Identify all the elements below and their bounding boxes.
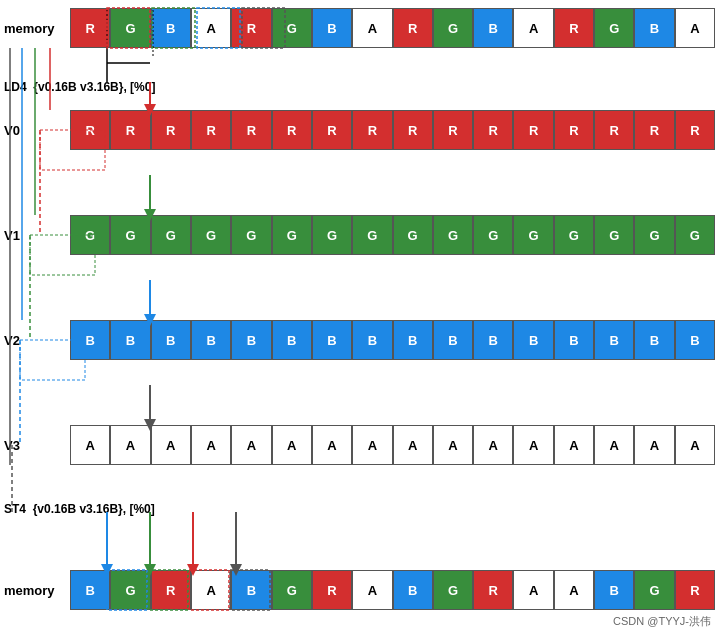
memory-bottom-cells: B G R A B G R A B G R A A B G R (70, 570, 715, 610)
cell: A (433, 425, 473, 465)
cell: G (675, 215, 715, 255)
memory-top-row: memory R G B A R G B A R G B A R G B A (0, 8, 715, 48)
cell: A (352, 570, 392, 610)
cell: G (110, 570, 150, 610)
cell: G (594, 8, 634, 48)
cell: R (70, 110, 110, 150)
cell: G (433, 8, 473, 48)
cell: B (554, 320, 594, 360)
cell: G (634, 570, 674, 610)
v1-label: V1 (0, 228, 70, 243)
cell: B (634, 8, 674, 48)
cell: G (70, 215, 110, 255)
cell: B (151, 320, 191, 360)
cell: G (191, 215, 231, 255)
cell: B (594, 320, 634, 360)
cell: A (513, 8, 553, 48)
cell: G (272, 570, 312, 610)
cell: R (554, 8, 594, 48)
cell: R (312, 570, 352, 610)
cell: R (433, 110, 473, 150)
cell: G (352, 215, 392, 255)
cell: R (634, 110, 674, 150)
diagram-overlay (0, 0, 715, 631)
v2-label: V2 (0, 333, 70, 348)
cell: R (513, 110, 553, 150)
v1-cells: G G G G G G G G G G G G G G G G (70, 215, 715, 255)
cell: R (594, 110, 634, 150)
cell: G (634, 215, 674, 255)
cell: B (272, 320, 312, 360)
cell: A (151, 425, 191, 465)
cell: A (554, 425, 594, 465)
cell: G (312, 215, 352, 255)
cell: B (70, 570, 110, 610)
cell: B (231, 570, 271, 610)
diagram: memory R G B A R G B A R G B A R G B A L… (0, 0, 715, 631)
cell: A (191, 570, 231, 610)
cell: G (433, 570, 473, 610)
cell: R (110, 110, 150, 150)
cell: G (272, 215, 312, 255)
cell: A (191, 425, 231, 465)
cell: B (352, 320, 392, 360)
cell: A (675, 8, 715, 48)
cell: A (231, 425, 271, 465)
cell: G (554, 215, 594, 255)
watermark: CSDN @TYYJ-洪伟 (613, 614, 711, 629)
cell: G (110, 215, 150, 255)
cell: R (231, 8, 271, 48)
cell: G (594, 215, 634, 255)
cell: A (675, 425, 715, 465)
cell: A (594, 425, 634, 465)
cell: R (231, 110, 271, 150)
memory-top-label: memory (0, 21, 70, 36)
cell: G (433, 215, 473, 255)
cell: A (393, 425, 433, 465)
cell: G (110, 8, 150, 48)
cell: R (675, 570, 715, 610)
cell: B (70, 320, 110, 360)
cell: G (513, 215, 553, 255)
cell: B (393, 320, 433, 360)
cell: B (312, 320, 352, 360)
v1-row: V1 G G G G G G G G G G G G G G G G (0, 215, 715, 255)
cell: A (634, 425, 674, 465)
cell: R (151, 570, 191, 610)
cell: B (473, 8, 513, 48)
cell: R (272, 110, 312, 150)
cell: R (675, 110, 715, 150)
cell: A (191, 8, 231, 48)
cell: R (554, 110, 594, 150)
cell: A (513, 425, 553, 465)
cell: A (352, 425, 392, 465)
v0-label: V0 (0, 123, 70, 138)
v2-row: V2 B B B B B B B B B B B B B B B B (0, 320, 715, 360)
cell: R (191, 110, 231, 150)
v3-cells: A A A A A A A A A A A A A A A A (70, 425, 715, 465)
cell: R (473, 110, 513, 150)
cell: B (513, 320, 553, 360)
cell: R (473, 570, 513, 610)
cell: R (393, 110, 433, 150)
cell: B (594, 570, 634, 610)
cell: B (231, 320, 271, 360)
cell: G (231, 215, 271, 255)
cell: B (675, 320, 715, 360)
cell: B (634, 320, 674, 360)
cell: A (513, 570, 553, 610)
cell: G (151, 215, 191, 255)
cell: B (433, 320, 473, 360)
v3-row: V3 A A A A A A A A A A A A A A A A (0, 425, 715, 465)
cell: B (312, 8, 352, 48)
cell: B (151, 8, 191, 48)
cell: R (151, 110, 191, 150)
cell: A (312, 425, 352, 465)
cell: R (393, 8, 433, 48)
v0-row: V0 R R R R R R R R R R R R R R R R (0, 110, 715, 150)
cell: B (191, 320, 231, 360)
cell: A (110, 425, 150, 465)
memory-bottom-label: memory (0, 583, 70, 598)
cell: A (554, 570, 594, 610)
memory-bottom-row: memory B G R A B G R A B G R A A B G R (0, 570, 715, 610)
